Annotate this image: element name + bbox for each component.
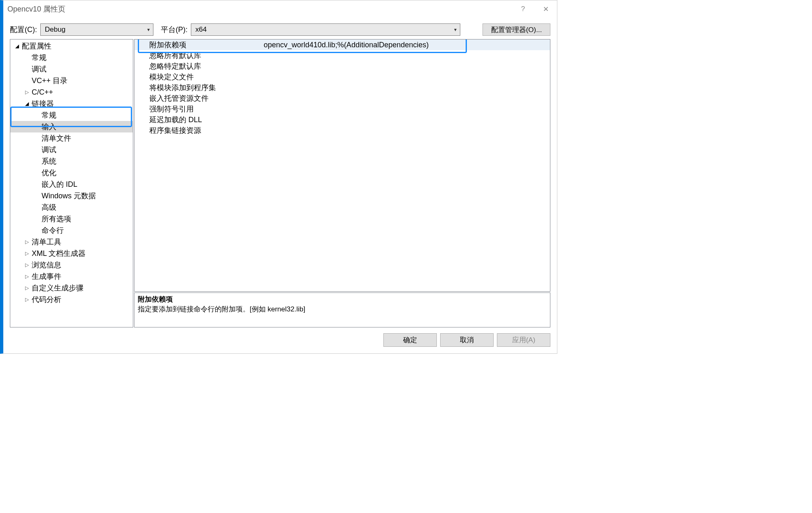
tree-item-label: 命令行: [42, 225, 64, 236]
tree-item[interactable]: ▷嵌入的 IDL: [10, 179, 133, 190]
grid-row[interactable]: 延迟加载的 DLL: [135, 114, 550, 125]
expander-open-icon[interactable]: ◢: [15, 41, 20, 51]
grid-value[interactable]: [262, 61, 550, 72]
tree-item[interactable]: ▷常规: [10, 52, 133, 63]
tree-item-label: 清单文件: [42, 133, 71, 144]
tree-item[interactable]: ▷生成事件: [10, 271, 133, 282]
cancel-button[interactable]: 取消: [440, 333, 494, 347]
tree-item-label: 调试: [42, 144, 56, 155]
tree-item[interactable]: ▷清单文件: [10, 132, 133, 144]
grid-row[interactable]: 将模块添加到程序集: [135, 82, 550, 93]
expander-closed-icon[interactable]: ▷: [25, 283, 30, 293]
tree-item[interactable]: ▷所有选项: [10, 213, 133, 225]
tree-item[interactable]: ▷优化: [10, 167, 133, 179]
grid-key: 附加依赖项: [135, 39, 262, 50]
grid-row[interactable]: 嵌入托管资源文件: [135, 93, 550, 104]
tree-item-label: 系统: [42, 156, 56, 167]
tree-item[interactable]: ▷命令行: [10, 225, 133, 236]
close-button[interactable]: ✕: [534, 0, 557, 18]
chevron-down-icon: ▾: [454, 27, 457, 32]
tree-item[interactable]: ▷输入: [10, 121, 133, 132]
tree-item-label: VC++ 目录: [32, 75, 67, 86]
tree-item-label: 所有选项: [42, 214, 71, 224]
grid-row[interactable]: 附加依赖项opencv_world410d.lib;%(AdditionalDe…: [135, 39, 550, 50]
config-row: 配置(C): Debug ▾ 平台(P): x64 ▾ 配置管理器(O)...: [3, 18, 557, 39]
grid-row[interactable]: 忽略特定默认库: [135, 61, 550, 72]
property-grid[interactable]: 附加依赖项opencv_world410d.lib;%(AdditionalDe…: [134, 39, 550, 292]
dialog-body: ◢配置属性▷常规▷调试▷VC++ 目录▷C/C++◢链接器▷常规▷输入▷清单文件…: [3, 39, 557, 327]
expander-closed-icon[interactable]: ▷: [25, 237, 30, 247]
expander-closed-icon[interactable]: ▷: [25, 271, 30, 282]
grid-row[interactable]: 模块定义文件: [135, 72, 550, 82]
grid-value[interactable]: [262, 50, 550, 61]
grid-value[interactable]: opencv_world410d.lib;%(AdditionalDepende…: [262, 39, 550, 50]
grid-row[interactable]: 程序集链接资源: [135, 125, 550, 136]
right-panel: 附加依赖项opencv_world410d.lib;%(AdditionalDe…: [134, 39, 550, 327]
grid-value[interactable]: [262, 82, 550, 93]
tree-item-label: 配置属性: [22, 41, 51, 51]
tree-item[interactable]: ▷高级: [10, 202, 133, 213]
tree-item[interactable]: ▷XML 文档生成器: [10, 248, 133, 259]
expander-closed-icon[interactable]: ▷: [25, 248, 30, 259]
tree-item[interactable]: ▷常规: [10, 109, 133, 121]
property-dialog: Opencv10 属性页 ? ✕ 配置(C): Debug ▾ 平台(P): x…: [0, 0, 557, 354]
grid-value[interactable]: [262, 114, 550, 125]
grid-value[interactable]: [262, 72, 550, 82]
tree-item-label: 链接器: [32, 98, 54, 109]
tree-item-label: 高级: [42, 202, 56, 213]
tree-item[interactable]: ▷自定义生成步骤: [10, 282, 133, 294]
tree-item-label: 优化: [42, 167, 56, 178]
tree-item-label: 嵌入的 IDL: [42, 179, 77, 190]
tree-item[interactable]: ▷浏览信息: [10, 259, 133, 271]
grid-key: 嵌入托管资源文件: [135, 93, 262, 104]
expander-closed-icon[interactable]: ▷: [25, 87, 30, 97]
expander-open-icon[interactable]: ◢: [25, 98, 30, 109]
grid-value[interactable]: [262, 104, 550, 114]
grid-row[interactable]: 忽略所有默认库: [135, 50, 550, 61]
grid-value[interactable]: [262, 93, 550, 104]
ok-button[interactable]: 确定: [383, 333, 437, 347]
tree-item[interactable]: ▷代码分析: [10, 294, 133, 305]
tree-item[interactable]: ▷系统: [10, 156, 133, 167]
config-manager-button[interactable]: 配置管理器(O)...: [483, 23, 550, 36]
tree-panel[interactable]: ◢配置属性▷常规▷调试▷VC++ 目录▷C/C++◢链接器▷常规▷输入▷清单文件…: [10, 39, 133, 327]
help-button[interactable]: ?: [512, 0, 534, 18]
tree-item[interactable]: ◢链接器: [10, 98, 133, 109]
tree-item-label: 自定义生成步骤: [32, 283, 84, 293]
platform-label: 平台(P):: [161, 25, 188, 35]
titlebar: Opencv10 属性页 ? ✕: [3, 0, 557, 18]
description-panel: 附加依赖项 指定要添加到链接命令行的附加项。[例如 kernel32.lib]: [134, 292, 550, 327]
tree-item-label: XML 文档生成器: [32, 248, 86, 259]
expander-closed-icon[interactable]: ▷: [25, 294, 30, 305]
expander-closed-icon[interactable]: ▷: [25, 260, 30, 270]
config-label: 配置(C):: [10, 25, 37, 35]
tree-item-label: 浏览信息: [32, 260, 61, 270]
grid-key: 延迟加载的 DLL: [135, 114, 262, 125]
tree-item-label: C/C++: [32, 87, 53, 97]
tree-item[interactable]: ▷调试: [10, 144, 133, 156]
description-text: 指定要添加到链接命令行的附加项。[例如 kernel32.lib]: [138, 304, 547, 314]
tree-item[interactable]: ▷调试: [10, 63, 133, 75]
tree-item-label: 清单工具: [32, 237, 61, 247]
tree-item[interactable]: ▷C/C++: [10, 86, 133, 98]
tree-item-label: 调试: [32, 64, 46, 74]
grid-key: 程序集链接资源: [135, 125, 262, 136]
platform-value: x64: [195, 26, 206, 34]
platform-combo[interactable]: x64 ▾: [191, 23, 460, 36]
grid-value[interactable]: [262, 125, 550, 136]
config-value: Debug: [45, 26, 65, 34]
tree-item[interactable]: ◢配置属性: [10, 40, 133, 52]
tree-item[interactable]: ▷VC++ 目录: [10, 75, 133, 86]
tree-item[interactable]: ▷Windows 元数据: [10, 190, 133, 202]
tree-item-label: Windows 元数据: [42, 190, 96, 201]
tree-item-label: 常规: [42, 110, 56, 121]
grid-key: 忽略特定默认库: [135, 61, 262, 72]
tree-item-label: 生成事件: [32, 271, 61, 282]
chevron-down-icon: ▾: [147, 27, 150, 32]
config-combo[interactable]: Debug ▾: [40, 23, 153, 36]
apply-button[interactable]: 应用(A): [497, 333, 550, 347]
tree-item[interactable]: ▷清单工具: [10, 236, 133, 248]
grid-row[interactable]: 强制符号引用: [135, 104, 550, 114]
tree-item-label: 代码分析: [32, 294, 61, 305]
titlebar-controls: ? ✕: [512, 0, 557, 18]
